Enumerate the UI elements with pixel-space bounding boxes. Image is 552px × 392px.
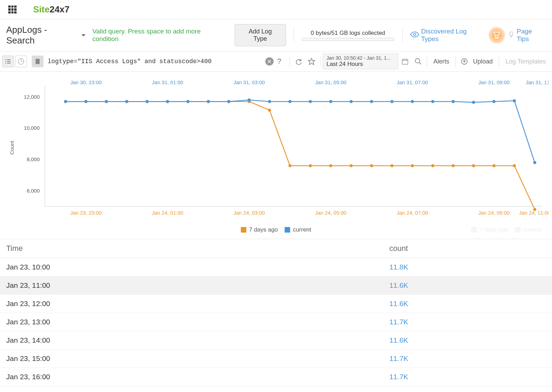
svg-point-62 [452,164,455,167]
divider [289,56,290,67]
svg-point-19 [415,59,420,63]
upload-icon [459,56,470,67]
alerts-link[interactable]: Alerts [429,56,453,67]
svg-text:8,000: 8,000 [27,156,40,162]
svg-point-55 [309,164,312,167]
svg-text:Jan 24, 03:00: Jan 24, 03:00 [234,210,265,216]
legend-item-7days[interactable]: 7 days ago [241,226,278,233]
legend-item-current[interactable]: current [285,226,311,233]
cell-time: Jan 23, 13:00 [6,318,389,326]
cell-count-link[interactable]: 11.6K [389,300,408,307]
svg-point-90 [533,161,536,164]
cell-count-link[interactable]: 11.8K [389,263,408,271]
svg-point-69 [105,100,108,103]
svg-text:Jan 31, 01:00: Jan 31, 01:00 [152,79,183,85]
svg-point-86 [452,100,455,103]
cell-count-link[interactable]: 11.6K [389,281,408,289]
svg-point-66 [533,208,536,211]
svg-point-56 [329,164,332,167]
calendar-icon[interactable] [400,56,410,67]
svg-point-80 [329,100,332,103]
divider [402,28,403,42]
legend-label-7days: 7 days ago [249,226,278,233]
bulb-icon [508,30,515,40]
svg-point-89 [513,99,516,102]
cell-count-link[interactable]: 11.6K [389,336,408,344]
divider [427,56,427,67]
clear-query-icon[interactable]: ✕ [265,57,274,66]
search-icon[interactable] [413,56,423,67]
svg-point-57 [349,164,353,167]
table-row[interactable]: Jan 23, 11:0011.6K [0,276,552,295]
table-row[interactable]: Jan 23, 15:0011.7K [0,350,552,368]
cell-time: Jan 23, 11:00 [6,281,389,290]
svg-marker-8 [308,58,315,65]
page-tips-link[interactable]: Page Tips [517,28,546,43]
svg-point-67 [64,100,67,103]
svg-point-60 [411,164,414,167]
svg-text:Jan 24, 01:00: Jan 24, 01:00 [152,210,183,216]
svg-point-78 [288,100,292,103]
refresh-icon[interactable] [293,56,304,67]
bytes-progress-bar [302,38,395,41]
svg-point-85 [431,100,434,103]
cell-count-link[interactable]: 11.7K [389,373,408,381]
valid-query-msg: Valid query. Press space to add more con… [92,28,228,43]
svg-point-79 [309,100,312,103]
svg-point-61 [431,164,434,167]
svg-text:Jan 30, 23:00: Jan 30, 23:00 [70,79,102,85]
cell-time: Jan 23, 10:00 [6,263,389,271]
query-help-icon[interactable]: ? [277,57,281,66]
cell-count-link[interactable]: 11.7K [389,318,408,326]
table-header: Time count [0,239,552,258]
query-input[interactable] [48,56,265,67]
list-view-toggle[interactable] [2,56,14,67]
col-header-time: Time [6,244,389,253]
svg-point-83 [391,100,394,103]
svg-text:Jan 31, 05:00: Jan 31, 05:00 [315,79,346,85]
table-row[interactable]: Jan 23, 10:0011.8K [0,258,552,276]
doc-icon[interactable] [32,56,43,67]
discovered-log-types-link[interactable]: Discovered Log Types [421,28,486,43]
log-templates-link[interactable]: Log Templates [501,56,550,67]
svg-text:6,000: 6,000 [27,188,40,194]
svg-text:Jan 24, 07:00: Jan 24, 07:00 [397,210,428,216]
svg-rect-7 [36,59,40,64]
table-row[interactable]: Jan 23, 14:0011.6K [0,331,552,350]
cell-time: Jan 23, 14:00 [6,336,389,344]
table-row[interactable]: Jan 23, 13:0011.7K [0,313,552,331]
cell-count-link[interactable]: 11.7K [389,354,408,362]
table-row[interactable]: Jan 23, 16:0011.7K [0,368,552,386]
divider [499,56,499,67]
divider [294,28,294,42]
star-icon[interactable] [306,56,317,67]
svg-point-65 [513,164,516,167]
table-row[interactable]: Jan 23, 12:0011.6K [0,295,552,313]
add-log-type-button[interactable]: Add Log Type [235,24,286,46]
svg-point-73 [186,100,189,103]
page-title: AppLogs - Search [6,24,78,46]
svg-text:Count: Count [9,140,15,155]
svg-point-74 [207,100,210,103]
svg-line-20 [419,62,421,65]
title-dropdown-caret[interactable] [81,34,86,37]
divider [455,56,456,67]
upload-link[interactable]: Upload [473,56,497,67]
svg-point-63 [472,164,475,167]
svg-point-75 [227,100,230,103]
logo-part2: 24x7 [50,4,70,14]
chart-legend: 7 days ago current 7 days ago current [3,224,549,239]
date-range-selector[interactable]: Jan 30, 10:50:42 - Jan 31, 1... Last 24 … [323,53,398,69]
svg-text:12,000: 12,000 [24,94,40,100]
line-chart: Count6,0008,00010,00012,000Jan 30, 23:00… [3,75,549,224]
bytes-text: 0 bytes/51 GB logs collected [311,30,385,37]
svg-point-58 [370,164,373,167]
pie-view-toggle[interactable] [15,56,27,67]
award-highlight-icon[interactable] [489,27,505,43]
svg-point-64 [492,164,495,167]
svg-point-82 [370,100,373,103]
svg-text:Jan 31, 07:00: Jan 31, 07:00 [397,79,428,85]
cell-time: Jan 23, 16:00 [6,373,389,381]
apps-grid-icon[interactable] [8,6,17,14]
svg-text:Jan 24, 05:00: Jan 24, 05:00 [315,210,346,216]
